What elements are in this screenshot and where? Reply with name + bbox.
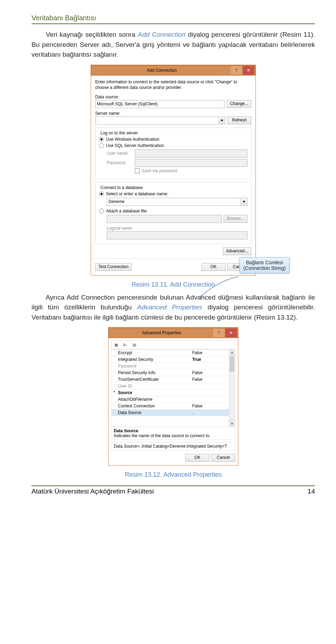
dialog-description: Enter information to connect to the sele… (95, 79, 251, 90)
cancel-button[interactable]: Cancel (211, 454, 235, 462)
prop-category-row[interactable]: Source (112, 390, 235, 396)
prop-key: Password (117, 363, 191, 369)
prop-key: Data Source (117, 410, 191, 416)
radio-attach-db-label: Attach a database file: (106, 209, 148, 214)
username-label: User name: (107, 151, 133, 156)
prop-key: Integrated Security (117, 356, 191, 363)
prop-key: Persist Security Info (117, 370, 191, 376)
p1-em: Add Connection (138, 31, 186, 38)
radio-dot-icon (99, 191, 104, 196)
scrollbar[interactable]: ▲ ▼ (229, 350, 235, 427)
page-footer: Atatürk Üniversitesi Açıköğretim Fakülte… (31, 485, 315, 504)
figure-caption-1: Resim 13.11. Add Connection (31, 281, 315, 288)
prop-val[interactable]: False (191, 403, 235, 409)
property-pages-icon[interactable]: ▤ (131, 341, 138, 348)
save-password-check: Save my password (135, 168, 247, 173)
p2-em: Advanced Properties (137, 303, 202, 311)
logon-group: Log on to the server Use Windows Authent… (95, 127, 251, 179)
prop-val (191, 363, 235, 369)
dialog-titlebar: Advanced Properties ? ✕ (108, 328, 238, 338)
radio-dot-icon (99, 143, 104, 148)
prop-row: User ID (112, 383, 235, 390)
help-button[interactable]: ? (213, 329, 224, 337)
property-toolbar: ▦ A↓ ▤ (111, 340, 235, 349)
logon-group-title: Log on to the server (99, 131, 139, 135)
chevron-down-icon[interactable] (240, 198, 247, 205)
scroll-thumb[interactable] (230, 357, 234, 371)
footer-left: Atatürk Üniversitesi Açıköğretim Fakülte… (31, 488, 154, 495)
prop-val[interactable]: False (191, 376, 235, 383)
prop-val[interactable]: . (191, 410, 235, 416)
property-description-pane: Data Source Indicates the name of the da… (111, 427, 235, 440)
dialog-titlebar: Add Connection ? ✕ (91, 65, 255, 76)
server-name-combo[interactable]: . (95, 117, 225, 125)
prop-row-selected: Data Source. (112, 410, 235, 416)
password-label: Password: (107, 160, 133, 165)
prop-val[interactable] (191, 396, 235, 402)
alphabetical-icon[interactable]: A↓ (121, 341, 129, 348)
callout-line1: Bağlantı Cümlesi (243, 260, 286, 265)
connection-string-callout: Bağlantı Cümlesi (Connection String) (239, 257, 289, 273)
prop-category: Source (117, 390, 191, 396)
close-button[interactable]: ✕ (243, 66, 254, 75)
logical-name-label: Logical name: (107, 226, 247, 231)
figure-caption-2: Resim 13.12. Advanced Properties (31, 471, 315, 478)
intro-paragraph-2: Ayrıca Add Connection penceresinde bulun… (31, 293, 315, 323)
dialog-title: Advanced Properties (110, 330, 213, 335)
chevron-down-icon[interactable] (218, 117, 225, 124)
property-desc-text: Indicates the name of the data source to… (114, 433, 233, 438)
footer-page-number: 14 (308, 488, 315, 495)
radio-windows-auth-label: Use Windows Authentication (106, 137, 159, 142)
prop-val[interactable]: False (191, 350, 235, 356)
prop-row: Persist Security InfoFalse (112, 370, 235, 376)
server-name-value: . (97, 118, 98, 123)
property-grid[interactable]: EncryptFalse Integrated SecurityTrue Pas… (111, 349, 235, 427)
help-button[interactable]: ? (231, 66, 242, 75)
database-name-combo[interactable]: Deneme (107, 198, 247, 206)
ok-button[interactable]: OK (186, 454, 209, 462)
password-field (135, 159, 247, 167)
prop-row: EncryptFalse (112, 350, 235, 356)
advanced-button[interactable]: Advanced... (223, 247, 251, 255)
connectdb-group: Connect to a database Select or enter a … (95, 182, 251, 244)
prop-val[interactable]: True (191, 356, 235, 363)
p1-pre: Veri kaynağı seçildikten sonra (46, 31, 138, 38)
ok-button[interactable]: OK (202, 263, 225, 271)
prop-row: Integrated SecurityTrue (112, 356, 235, 363)
prop-row: TrustServerCertificateFalse (112, 376, 235, 383)
refresh-button[interactable]: Refresh (227, 117, 251, 124)
radio-select-db[interactable]: Select or enter a database name: (99, 191, 247, 196)
radio-attach-db[interactable]: Attach a database file: (99, 209, 247, 214)
radio-windows-auth[interactable]: Use Windows Authentication (99, 137, 247, 142)
callout-line2: (Connection String) (243, 265, 286, 271)
change-button[interactable]: Change... (227, 100, 251, 108)
prop-val[interactable]: False (191, 370, 235, 376)
test-connection-button[interactable]: Test Connection (95, 263, 132, 271)
username-field (135, 149, 247, 158)
prop-key: AttachDbFilename (117, 396, 191, 402)
server-name-label: Server name: (95, 111, 251, 116)
radio-sql-auth[interactable]: Use SQL Server Authentication (99, 143, 247, 148)
radio-select-db-label: Select or enter a database name: (106, 191, 168, 196)
intro-paragraph-1: Veri kaynağı seçildikten sonra Add Conne… (31, 30, 315, 60)
radio-dot-icon (99, 209, 104, 214)
data-source-field: Microsoft SQL Server (SqlClient) (95, 100, 225, 108)
database-name-value: Deneme (108, 199, 124, 204)
prop-key: Encrypt (117, 350, 191, 356)
data-source-label: Data source: (95, 94, 251, 99)
close-button[interactable]: ✕ (225, 329, 237, 337)
browse-button: Browse... (224, 215, 247, 223)
advanced-properties-dialog: Advanced Properties ? ✕ ▦ A↓ ▤ EncryptFa… (108, 327, 238, 465)
prop-key: User ID (117, 383, 191, 389)
scroll-up-icon[interactable]: ▲ (229, 350, 235, 356)
attach-file-field (107, 215, 222, 223)
radio-dot-icon (99, 137, 104, 142)
connection-string-box[interactable]: Data Source=.;Initial Catalog=Deneme;Int… (111, 442, 235, 450)
prop-key: TrustServerCertificate (117, 376, 191, 383)
callout-arrow-icon (198, 275, 240, 303)
scroll-down-icon[interactable]: ▼ (229, 421, 235, 427)
categorized-icon[interactable]: ▦ (112, 341, 120, 348)
save-password-label: Save my password (142, 168, 177, 173)
property-desc-title: Data Source (114, 428, 233, 433)
checkbox-icon (135, 168, 140, 173)
